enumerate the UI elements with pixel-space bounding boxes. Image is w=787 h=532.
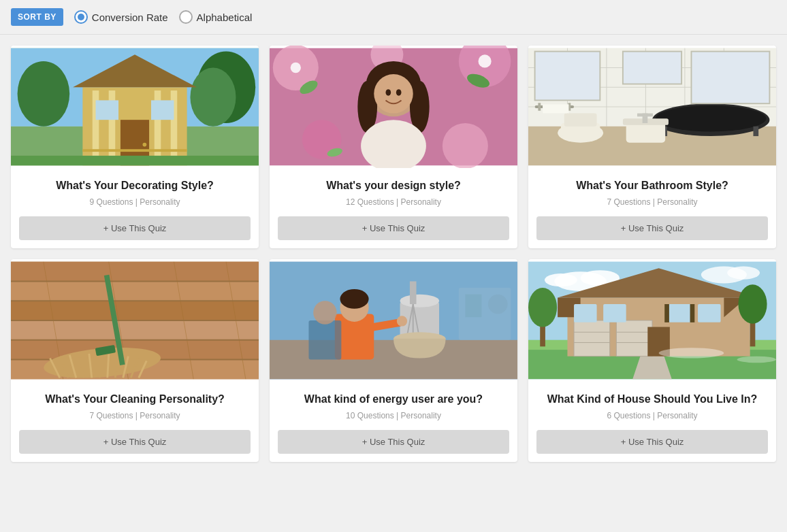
quiz-meta: 9 Questions | Personality xyxy=(19,197,251,207)
svg-rect-65 xyxy=(543,104,568,113)
svg-rect-132 xyxy=(574,320,610,356)
svg-point-148 xyxy=(738,284,767,323)
svg-point-149 xyxy=(659,348,724,358)
sort-by-label: SORT BY xyxy=(11,8,63,26)
quiz-title: What's your design style? xyxy=(278,179,509,193)
quiz-card-cleaning-personality: What's Your Cleaning Personality? 7 Ques… xyxy=(11,259,259,462)
svg-line-90 xyxy=(108,354,109,378)
svg-point-146 xyxy=(528,288,557,327)
svg-rect-141 xyxy=(574,304,597,322)
quiz-card-body: What's Your Bathroom Style? 7 Questions … xyxy=(528,168,776,248)
quiz-image-decorating-style xyxy=(11,46,259,168)
svg-rect-58 xyxy=(637,114,653,117)
svg-point-5 xyxy=(190,68,236,127)
svg-rect-63 xyxy=(538,103,541,110)
use-quiz-button[interactable]: + Use This Quiz xyxy=(278,216,509,240)
quiz-card-body: What's Your Decorating Style? 9 Question… xyxy=(11,168,259,248)
quiz-meta: 10 Questions | Personality xyxy=(278,411,509,420)
quiz-image-design-style xyxy=(270,46,517,168)
quiz-card-body: What Kind of House Should You Live In? 6… xyxy=(528,382,776,462)
svg-point-28 xyxy=(479,54,492,67)
quiz-card-body: What's Your Cleaning Personality? 7 Ques… xyxy=(11,382,259,462)
quiz-title: What's Your Bathroom Style? xyxy=(536,179,768,193)
radio-alphabetical-icon xyxy=(179,10,193,24)
quiz-title: What kind of energy user are you? xyxy=(278,393,509,407)
sort-conversion-rate[interactable]: Conversion Rate xyxy=(74,10,168,24)
svg-point-102 xyxy=(400,294,439,307)
quiz-card-decorating-style: What's Your Decorating Style? 9 Question… xyxy=(11,46,259,248)
svg-rect-71 xyxy=(11,320,259,340)
svg-rect-140 xyxy=(698,304,721,322)
quiz-title: What's Your Decorating Style? xyxy=(19,179,251,193)
svg-rect-144 xyxy=(690,304,695,322)
svg-point-112 xyxy=(397,316,407,326)
quiz-title: What Kind of House Should You Live In? xyxy=(536,393,768,407)
svg-rect-139 xyxy=(669,304,692,322)
svg-rect-54 xyxy=(564,114,597,127)
svg-point-3 xyxy=(18,61,70,127)
svg-rect-51 xyxy=(753,127,758,136)
svg-point-15 xyxy=(142,143,146,147)
svg-point-34 xyxy=(386,89,391,96)
sort-alphabetical[interactable]: Alphabetical xyxy=(179,10,253,24)
svg-rect-59 xyxy=(535,52,600,101)
svg-point-22 xyxy=(443,123,488,168)
quiz-card-energy-user: meridian What kind of energy user are yo… xyxy=(270,259,517,462)
svg-point-35 xyxy=(396,89,402,96)
use-quiz-button[interactable]: + Use This Quiz xyxy=(536,216,768,240)
quiz-meta: 7 Questions | Personality xyxy=(19,411,251,420)
quiz-image-bathroom-style xyxy=(528,46,776,168)
svg-point-33 xyxy=(374,74,413,113)
sort-bar: SORT BY Conversion Rate Alphabetical xyxy=(0,0,787,35)
quiz-meta: 7 Questions | Personality xyxy=(536,197,768,207)
quiz-meta: 6 Questions | Personality xyxy=(536,411,768,420)
svg-line-89 xyxy=(99,354,99,378)
use-quiz-button[interactable]: + Use This Quiz xyxy=(536,430,768,454)
svg-rect-60 xyxy=(623,52,681,84)
quiz-card-design-style: What's your design style? 12 Questions |… xyxy=(270,46,517,248)
quiz-meta: 12 Questions | Personality xyxy=(278,197,509,207)
quiz-image-cleaning-personality xyxy=(11,259,259,382)
svg-rect-142 xyxy=(603,304,626,322)
quiz-card-house-type: What Kind of House Should You Live In? 6… xyxy=(528,259,776,462)
radio-conversion-rate-icon xyxy=(74,10,88,24)
quiz-title: What's Your Cleaning Personality? xyxy=(19,393,251,407)
svg-point-150 xyxy=(737,356,776,363)
svg-rect-70 xyxy=(11,301,259,320)
svg-rect-17 xyxy=(11,156,259,165)
quiz-card-body: What kind of energy user are you? 10 Que… xyxy=(270,382,517,462)
svg-rect-113 xyxy=(308,320,341,359)
sort-conversion-rate-label: Conversion Rate xyxy=(92,12,168,23)
use-quiz-button[interactable]: + Use This Quiz xyxy=(278,430,509,454)
svg-point-49 xyxy=(656,105,767,131)
quiz-image-energy-user: meridian xyxy=(270,259,517,382)
quiz-card-body: What's your design style? 12 Questions |… xyxy=(270,168,517,248)
svg-rect-133 xyxy=(616,320,652,356)
use-quiz-button[interactable]: + Use This Quiz xyxy=(19,430,251,454)
svg-rect-12 xyxy=(96,100,119,120)
quiz-image-house-type xyxy=(528,259,776,382)
svg-point-122 xyxy=(545,273,577,286)
svg-point-110 xyxy=(340,289,368,309)
svg-rect-116 xyxy=(465,294,481,317)
svg-rect-68 xyxy=(11,262,259,282)
svg-rect-16 xyxy=(82,149,187,152)
svg-point-27 xyxy=(291,63,301,73)
svg-point-124 xyxy=(727,266,760,279)
sort-alphabetical-label: Alphabetical xyxy=(197,12,253,23)
svg-rect-99 xyxy=(270,340,517,379)
svg-point-117 xyxy=(488,294,508,314)
svg-rect-13 xyxy=(151,100,174,120)
svg-rect-143 xyxy=(664,304,669,322)
quiz-card-bathroom-style: What's Your Bathroom Style? 7 Questions … xyxy=(528,46,776,248)
svg-rect-61 xyxy=(691,52,769,104)
svg-point-114 xyxy=(313,301,336,324)
svg-rect-103 xyxy=(410,281,417,304)
use-quiz-button[interactable]: + Use This Quiz xyxy=(19,216,251,240)
quiz-grid: What's Your Decorating Style? 9 Question… xyxy=(0,35,787,473)
